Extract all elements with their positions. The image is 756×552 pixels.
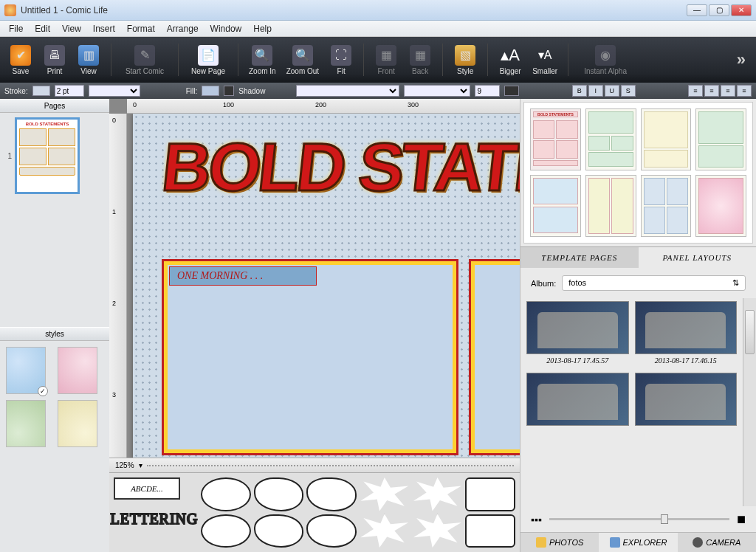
template-thumbnail[interactable] [641,175,692,237]
front-button[interactable]: ▦Front [371,44,401,77]
toolbar-overflow[interactable]: » [732,50,750,69]
size-slider[interactable] [549,518,729,520]
left-sidebar: Pages 1 BOLD STATEMENTS styles ✓ [0,99,109,552]
speech-balloon[interactable] [201,514,251,548]
caption-balloon[interactable] [465,477,515,511]
menu-edit[interactable]: Edit [29,22,56,35]
align-center-button[interactable]: ≡ [704,85,719,97]
photo-item[interactable] [635,373,738,426]
menu-window[interactable]: Window [205,22,248,35]
comic-panel[interactable]: ONE MORNING . . . [164,261,456,453]
back-button[interactable]: ▦Back [405,44,435,77]
print-button[interactable]: 🖶Print [40,44,69,77]
style-swatch-green[interactable] [6,400,46,447]
photo-item[interactable]: 2013-08-17 17.45.57 [526,301,629,367]
underline-button[interactable]: U [605,85,619,97]
menu-file[interactable]: File [3,22,29,35]
smaller-button[interactable]: ▾ASmaller [529,44,560,77]
speech-balloon[interactable] [201,477,251,511]
font-color-swatch[interactable] [504,86,519,96]
photo-browser[interactable]: 2013-08-17 17.45.57 2013-08-17 17.46.15 [520,298,743,506]
align-justify-button[interactable]: ≡ [737,85,752,97]
comic-title-text[interactable]: BOLD STATEM [158,128,520,206]
minimize-button[interactable]: — [687,4,707,16]
menu-format[interactable]: Format [121,22,161,35]
burst-balloon[interactable] [413,477,463,511]
style-swatch-blue[interactable]: ✓ [6,347,46,394]
menu-insert[interactable]: Insert [87,22,121,35]
zoom-out-button[interactable]: 🔍Zoom Out [284,44,322,77]
ruler-tick: 2 [112,300,116,307]
lettering-sample-box[interactable]: ABCDE... [114,477,180,500]
bold-button[interactable]: B [572,85,587,97]
menu-view[interactable]: View [56,22,87,35]
page-thumbnail[interactable]: BOLD STATEMENTS [15,117,80,194]
thought-balloon[interactable] [254,514,304,548]
template-thumbnail[interactable] [530,175,581,237]
thought-balloon[interactable] [254,477,304,511]
save-button[interactable]: ✔Save [6,44,35,77]
scrollbar-thumb[interactable] [745,310,755,354]
comic-panel[interactable] [471,261,520,453]
tab-template-pages[interactable]: TEMPLATE PAGES [520,247,639,268]
style-swatch-pink[interactable] [58,347,97,394]
template-thumbnail[interactable] [585,108,636,170]
photos-wrap: 2013-08-17 17.45.57 2013-08-17 17.46.15 [520,298,756,506]
font-style-select[interactable] [404,85,470,97]
new-page-button[interactable]: 📄New Page [186,44,230,77]
bigger-button[interactable]: ▴ABigger [495,44,525,77]
fit-button[interactable]: ⛶Fit [326,44,356,77]
template-thumbnail[interactable] [695,108,746,170]
caption-box[interactable]: ONE MORNING . . . [169,266,317,286]
toolbar-separator [238,44,238,76]
style-swatch-yellow[interactable] [58,400,97,447]
italic-button[interactable]: I [588,85,603,97]
stroke-width-input[interactable] [55,85,84,97]
zoom-dropdown-icon[interactable]: ▾ [139,461,142,469]
source-explorer[interactable]: EXPLORER [599,533,677,552]
strike-button[interactable]: S [621,85,636,97]
start-comic-button[interactable]: ✎Start Comic [119,44,171,77]
tab-panel-layouts[interactable]: PANEL LAYOUTS [639,247,757,268]
source-photos[interactable]: PHOTOS [520,533,599,552]
zoom-in-button[interactable]: 🔍Zoom In [246,44,279,77]
align-right-button[interactable]: ≡ [721,85,735,97]
slider-knob[interactable] [661,514,668,524]
photo-item[interactable]: 2013-08-17 17.46.15 [635,301,738,367]
canvas-viewport[interactable]: BOLD STATEM ONE MORNING . . . [127,114,520,458]
comic-page[interactable]: BOLD STATEM ONE MORNING . . . [133,114,520,458]
pages-list[interactable]: 1 BOLD STATEMENTS [0,113,109,327]
menu-help[interactable]: Help [247,22,278,35]
burst-balloon[interactable] [413,514,463,548]
scrollbar-vertical[interactable] [743,298,756,506]
source-camera[interactable]: CAMERA [678,533,756,552]
template-thumbnail[interactable] [641,108,692,170]
stroke-style-select[interactable] [89,85,140,97]
album-dropdown[interactable]: fotos⇅ [562,275,746,291]
template-thumbnail[interactable] [585,175,636,237]
thought-balloon[interactable] [306,477,357,511]
font-size-input[interactable] [475,85,500,97]
instant-alpha-button[interactable]: ◉Instant Alpha [576,44,635,77]
lettering-title-style[interactable]: LETTERING [114,504,195,534]
shadow-toggle[interactable] [224,86,234,96]
thought-balloon[interactable] [306,514,357,548]
caption-balloon[interactable] [465,514,515,548]
fill-color-swatch[interactable] [202,86,219,96]
menu-arrange[interactable]: Arrange [161,22,205,35]
window-title: Untitled 1 - Comic Life [21,5,687,15]
burst-balloon[interactable] [360,514,410,548]
template-thumbnail[interactable]: BOLD STATEMENTS [530,108,581,170]
maximize-button[interactable]: ▢ [709,4,729,16]
style-button[interactable]: ▧Style [450,44,480,77]
stroke-color-swatch[interactable] [32,86,50,96]
burst-balloon[interactable] [360,477,410,511]
template-thumbnail[interactable] [695,175,746,237]
align-left-button[interactable]: ≡ [688,85,703,97]
view-button[interactable]: ▥View [74,44,103,77]
album-value: fotos [568,278,586,288]
font-family-select[interactable] [296,85,399,97]
photo-item[interactable] [526,373,629,426]
page-thumb-row[interactable]: 1 BOLD STATEMENTS [4,117,105,194]
close-button[interactable]: ✕ [731,4,752,16]
